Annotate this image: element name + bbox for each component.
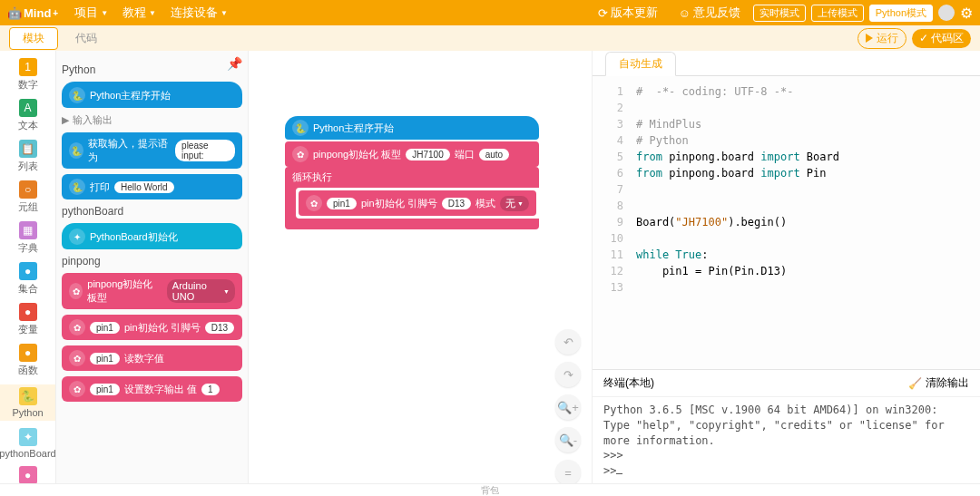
- run-button[interactable]: 运行: [858, 28, 906, 49]
- mode-python[interactable]: Python模式: [869, 5, 933, 22]
- category-变量[interactable]: ●变量: [18, 303, 38, 336]
- category-文本[interactable]: A文本: [18, 99, 38, 132]
- canvas-pin-init[interactable]: ✿ pin1 pin初始化 引脚号 D13 模式 无▼: [299, 190, 536, 216]
- terminal-line: more information.: [603, 433, 969, 449]
- category-字典[interactable]: ▦字典: [18, 221, 38, 255]
- feedback[interactable]: ☺意见反馈: [671, 5, 747, 21]
- terminal-line: Type "help", "copyright", "credits" or "…: [603, 418, 969, 433]
- code-line: 10: [596, 230, 976, 247]
- code-line: 1# -*- coding: UTF-8 -*-: [596, 83, 976, 100]
- category-函数[interactable]: ●函数: [18, 344, 38, 377]
- code-line: 7: [596, 181, 976, 198]
- version-update[interactable]: ⟳版本更新: [591, 5, 665, 21]
- palette-section-pythonboard: pythonBoard: [62, 205, 242, 218]
- category-icon: ●: [19, 344, 37, 362]
- category-列表[interactable]: 📋列表: [18, 140, 38, 173]
- tab-code[interactable]: 代码: [62, 27, 111, 50]
- tab-blocks[interactable]: 模块: [9, 27, 58, 50]
- zoom-in-button[interactable]: 🔍+: [555, 394, 581, 420]
- category-icon: ●: [19, 303, 37, 321]
- main-area: 1数字A文本📋列表○元组▦字典●集合●变量●函数🐍Python✦pythonBo…: [0, 51, 980, 496]
- category-元组[interactable]: ○元组: [18, 180, 38, 214]
- top-bar: 🤖Mind+ 项目▼ 教程▼ 连接设备▼ ⟳版本更新 ☺意见反馈 实时模式 上传…: [0, 0, 980, 25]
- mode-realtime[interactable]: 实时模式: [753, 5, 806, 22]
- second-bar: 模块 代码 运行 ✓代码区: [0, 25, 980, 51]
- block-python-start[interactable]: 🐍 Python主程序开始: [62, 82, 242, 108]
- terminal-line: Python 3.6.5 [MSC v.1900 64 bit AMD64)] …: [603, 403, 969, 418]
- terminal-title: 终端(本地): [603, 375, 654, 391]
- block-pin-init[interactable]: ✿ pin1 pin初始化 引脚号 D13: [62, 315, 242, 340]
- category-数字[interactable]: 1数字: [18, 58, 38, 92]
- category-label: 集合: [18, 282, 38, 296]
- code-line: 9Board("JH7100").begin(): [596, 214, 976, 230]
- broom-icon: 🧹: [908, 377, 922, 390]
- terminal-output: Python 3.6.5 [MSC v.1900 64 bit AMD64)] …: [593, 396, 980, 496]
- status-bar: 背包: [0, 483, 980, 496]
- code-line: 11while True:: [596, 247, 976, 263]
- canvas-loop[interactable]: 循环执行 ✿ pin1 pin初始化 引脚号 D13 模式 无▼: [285, 167, 539, 229]
- redo-button[interactable]: ↷: [555, 362, 581, 387]
- category-icon: ●: [19, 466, 37, 484]
- category-label: 元组: [18, 200, 38, 214]
- code-line: 4# Python: [596, 132, 976, 149]
- category-Python[interactable]: 🐍Python: [0, 384, 55, 421]
- category-pythonBoard[interactable]: ✦pythonBoard: [0, 428, 56, 459]
- terminal-line: >>>: [603, 448, 969, 463]
- category-label: 数字: [18, 78, 38, 92]
- category-label: 字典: [18, 241, 38, 255]
- block-print[interactable]: 🐍 打印 Hello World: [62, 174, 242, 199]
- category-icon: ✦: [19, 428, 37, 446]
- python-icon: 🐍: [69, 87, 85, 103]
- category-icon: 🐍: [19, 387, 37, 405]
- category-icon: A: [19, 99, 37, 117]
- undo-button[interactable]: ↶: [555, 329, 581, 355]
- block-input[interactable]: 🐍 获取输入，提示语为 please input:: [62, 132, 242, 169]
- code-pane: 1# -*- coding: UTF-8 -*-23# MindPlus4# P…: [593, 76, 980, 369]
- palette-sub-io: ▶输入输出: [62, 113, 242, 127]
- block-write-digital[interactable]: ✿ pin1 设置数字输出 值 1: [62, 376, 242, 402]
- app-logo: 🤖Mind+: [7, 6, 58, 20]
- block-pyboard-init[interactable]: ✦PythonBoard初始化: [62, 223, 242, 249]
- code-area-button[interactable]: ✓代码区: [912, 29, 971, 48]
- zoom-out-button[interactable]: 🔍-: [555, 427, 581, 452]
- fit-button[interactable]: =: [555, 460, 581, 485]
- category-icon: ●: [19, 262, 37, 280]
- blocks-palette: 📌 Python 🐍 Python主程序开始 ▶输入输出 🐍 获取输入，提示语为…: [56, 51, 249, 496]
- category-icon: ▦: [19, 221, 37, 239]
- code-line: 2: [596, 100, 976, 116]
- pin-icon[interactable]: 📌: [227, 56, 242, 71]
- menu-connect[interactable]: 连接设备▼: [163, 5, 235, 21]
- user-avatar[interactable]: [938, 5, 955, 21]
- category-集合[interactable]: ●集合: [18, 262, 38, 296]
- clear-output-button[interactable]: 🧹 清除输出: [908, 375, 969, 391]
- category-sidebar: 1数字A文本📋列表○元组▦字典●集合●变量●函数🐍Python✦pythonBo…: [0, 51, 56, 496]
- category-label: 列表: [18, 160, 38, 173]
- right-panel: 自动生成 1# -*- coding: UTF-8 -*-23# MindPlu…: [592, 51, 980, 496]
- settings-icon[interactable]: ⚙: [960, 5, 973, 22]
- play-icon: [866, 34, 873, 43]
- canvas-block-stack[interactable]: 🐍Python主程序开始 ✿ pinpong初始化 板型 JH7100 端口 a…: [285, 116, 539, 229]
- code-line: 5from pinpong.board import Board: [596, 149, 976, 165]
- category-label: 函数: [18, 364, 38, 377]
- category-label: 变量: [18, 323, 38, 336]
- code-tab-auto[interactable]: 自动生成: [605, 52, 676, 76]
- code-line: 3# MindPlus: [596, 116, 976, 132]
- code-line: 13: [596, 279, 976, 296]
- code-tab-row: 自动生成: [593, 51, 980, 76]
- code-line: 8: [596, 198, 976, 214]
- canvas-python-start[interactable]: 🐍Python主程序开始: [285, 116, 539, 140]
- category-icon: 📋: [19, 140, 37, 158]
- code-line: 12 pin1 = Pin(Pin.D13): [596, 263, 976, 279]
- palette-section-python: Python: [62, 63, 242, 76]
- terminal-header: 终端(本地) 🧹 清除输出: [593, 369, 980, 396]
- block-read-digital[interactable]: ✿ pin1 读数字值: [62, 345, 242, 371]
- category-label: pythonBoard: [0, 448, 56, 459]
- canvas-pinpong-init[interactable]: ✿ pinpong初始化 板型 JH7100 端口 auto: [285, 141, 539, 167]
- mode-upload[interactable]: 上传模式: [811, 5, 864, 22]
- menu-project[interactable]: 项目▼: [67, 5, 115, 21]
- terminal-line: >>: [603, 463, 969, 479]
- workspace-canvas[interactable]: 🐍Python主程序开始 ✿ pinpong初始化 板型 JH7100 端口 a…: [249, 51, 592, 496]
- category-icon: 1: [19, 58, 37, 76]
- menu-tutorial[interactable]: 教程▼: [115, 5, 163, 21]
- block-pinpong-init[interactable]: ✿ pinpong初始化 板型 Arduino UNO▼: [62, 273, 242, 309]
